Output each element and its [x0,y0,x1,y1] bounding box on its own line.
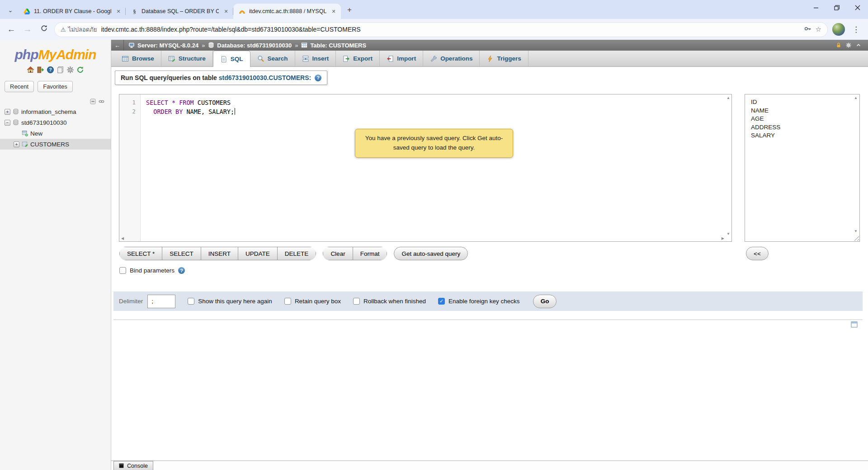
tree-item-new[interactable]: New [0,128,111,139]
tab-import[interactable]: Import [380,51,423,66]
tab-export[interactable]: Export [336,51,380,66]
delimiter-input[interactable] [147,295,175,308]
tab-structure[interactable]: Structure [161,51,213,66]
browser-tab-1[interactable]: 11. ORDER BY Clause - Google✕ [18,4,126,19]
columns-listbox[interactable]: IDNAMEAGEADDRESSSALARY ▲ ▼ [745,94,860,242]
fields-scroll-up-icon[interactable]: ▲ [854,96,858,100]
sidebar-recent-button[interactable]: Recent [5,81,34,92]
home-icon[interactable] [27,66,34,74]
fields-scroll-down-icon[interactable]: ▼ [854,230,858,233]
column-option-id[interactable]: ID [751,98,851,107]
tab-browse[interactable]: Browse [115,51,161,66]
expand-icon[interactable]: + [5,109,10,115]
breadcrumb-back-button[interactable]: ← [111,40,124,51]
tab-sql[interactable]: SQL [213,51,250,67]
settings-icon[interactable] [66,66,74,74]
help-icon[interactable]: ? [47,66,54,74]
minimize-button[interactable] [806,0,826,15]
security-warning[interactable]: ⚠ ไม่ปลอดภัย [61,25,97,34]
forward-button[interactable]: → [22,24,33,34]
tree-item-customers[interactable]: +CUSTOMERS [0,139,111,150]
tree-item-std67319010030[interactable]: −std67319010030 [0,117,111,128]
tab-search-button[interactable]: ⌄ [5,4,16,16]
delete-button[interactable]: DELETE [278,247,316,260]
tab-insert[interactable]: Insert [295,51,336,66]
breadcrumb-table[interactable]: Table: CUSTOMERS [301,42,366,49]
phpmyadmin-logo[interactable]: phpMyAdmin [0,47,111,62]
editor-scroll-right-icon[interactable]: ▶ [722,237,724,240]
tab-operations[interactable]: Operations [423,51,480,66]
panel-toggle-icon[interactable] [851,321,858,328]
reload-button[interactable] [38,24,50,34]
collapse-columns-button[interactable]: << [746,247,769,260]
option-retain-query-box[interactable]: Retain query box [284,298,341,305]
tab-search[interactable]: Search [250,51,295,66]
option-show-this-query-here-again[interactable]: Show this query here again [188,298,272,305]
restore-button[interactable] [826,0,847,15]
checkbox-unchecked[interactable] [188,298,194,305]
bind-parameters-checkbox[interactable] [119,267,126,274]
tab-title: itdev.cmtc.ac.th:8888 / MYSQL- [249,8,326,14]
browser-menu-icon[interactable]: ⋮ [849,25,863,34]
bookmark-lock-icon[interactable] [835,42,842,48]
tab-triggers[interactable]: Triggers [480,51,528,66]
breadcrumb-server[interactable]: Server: MYSQL-8.0.24 [128,42,198,49]
address-bar[interactable]: ⚠ ไม่ปลอดภัย itdev.cmtc.ac.th:8888/index… [54,22,828,37]
select-star-button[interactable]: SELECT * [119,247,162,260]
profile-avatar[interactable] [832,23,845,36]
back-button[interactable]: ← [5,24,17,34]
checkbox-unchecked[interactable] [353,298,360,305]
editor-scroll-up-icon[interactable]: ▲ [726,96,730,100]
browser-tab-2[interactable]: §Database SQL – ORDER BY Clau✕ [126,4,233,19]
bind-help-icon[interactable]: ? [178,267,185,274]
update-button[interactable]: UPDATE [238,247,278,260]
sidebar-favorites-button[interactable]: Favorites [38,81,72,92]
console-button[interactable]: Console [113,461,153,470]
checkbox-unchecked[interactable] [284,298,291,305]
browser-toolbar: ← → ⚠ ไม่ปลอดภัย itdev.cmtc.ac.th:8888/i… [0,19,868,40]
get-autosaved-query-button[interactable]: Get auto-saved query [394,247,468,260]
tab-close-icon[interactable]: ✕ [115,8,122,15]
expand-icon[interactable]: + [14,141,19,147]
option-rollback-when-finished[interactable]: Rollback when finished [353,298,426,305]
clear-button[interactable]: Clear [323,247,353,260]
collapse-icon[interactable]: − [5,120,10,126]
column-option-age[interactable]: AGE [751,115,851,123]
page-settings-icon[interactable] [845,42,852,48]
format-button[interactable]: Format [353,247,387,260]
help-icon[interactable]: ? [315,75,321,81]
sql-token [172,108,175,115]
link-panel-icon[interactable] [99,99,104,104]
column-option-name[interactable]: NAME [751,107,851,115]
refresh-icon[interactable] [76,66,84,74]
select-button[interactable]: SELECT [162,247,201,260]
column-option-salary[interactable]: SALARY [751,132,851,140]
statement-button-group: SELECT *SELECTINSERTUPDATEDELETE [119,247,316,260]
collapse-all-icon[interactable] [90,99,96,104]
breadcrumb-database[interactable]: Database: std67319010030 [208,42,292,49]
editor-scroll-down-icon[interactable]: ▼ [726,232,730,236]
logout-icon[interactable] [37,66,44,74]
editor-scroll-left-icon[interactable]: ◀ [121,237,124,240]
column-option-address[interactable]: ADDRESS [751,123,851,132]
checkbox-checked[interactable]: ✓ [438,298,445,305]
tree-item-information_schema[interactable]: +information_schema [0,106,111,117]
sql-code[interactable]: SELECT * FROM CUSTOMERS ORDER BY NAME, S… [141,94,724,116]
sql-editor[interactable]: 12 SELECT * FROM CUSTOMERS ORDER BY NAME… [119,94,732,242]
url-text[interactable]: itdev.cmtc.ac.th:8888/index.php?route=/t… [101,26,799,33]
close-window-button[interactable] [847,0,868,15]
tab-label: SQL [231,56,243,62]
tab-close-icon[interactable]: ✕ [330,8,337,15]
resize-grip[interactable] [853,235,859,241]
sql-token: ; [231,108,234,115]
option-enable-foreign-key-checks[interactable]: ✓Enable foreign key checks [438,298,520,305]
bookmark-star-icon[interactable]: ☆ [816,25,821,33]
tab-close-icon[interactable]: ✕ [222,8,230,15]
password-key-icon[interactable] [804,25,811,34]
browser-tab-3[interactable]: itdev.cmtc.ac.th:8888 / MYSQL-✕ [233,4,341,19]
go-button[interactable]: Go [533,295,557,308]
scroll-top-icon[interactable] [855,42,862,48]
new-tab-button[interactable]: + [344,4,355,16]
insert-button[interactable]: INSERT [201,247,238,260]
docs-icon[interactable] [57,66,64,74]
